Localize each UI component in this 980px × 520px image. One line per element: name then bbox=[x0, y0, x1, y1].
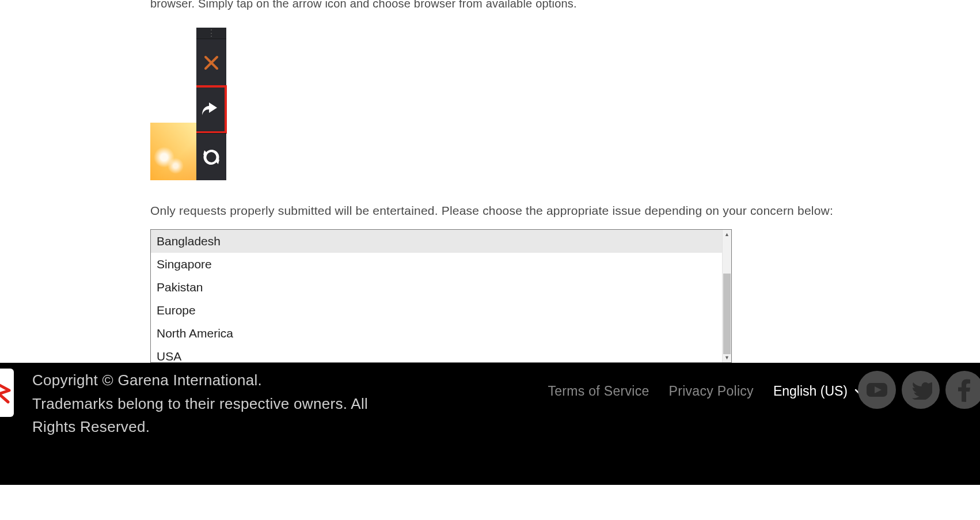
facebook-icon[interactable] bbox=[945, 371, 980, 409]
toolbar-drag-dots-icon: ⋮ bbox=[196, 28, 226, 39]
region-option[interactable]: Pakistan bbox=[151, 276, 722, 299]
privacy-policy-link[interactable]: Privacy Policy bbox=[669, 384, 754, 399]
terms-of-service-link[interactable]: Terms of Service bbox=[548, 384, 649, 399]
region-option[interactable]: Bangladesh bbox=[151, 230, 722, 253]
scroll-up-icon[interactable]: ▲ bbox=[723, 230, 731, 239]
article-content: browser. Simply tap on the arrow icon an… bbox=[0, 0, 980, 363]
instruction-text: Only requests properly submitted will be… bbox=[150, 202, 980, 219]
scroll-track[interactable] bbox=[723, 239, 731, 353]
region-option[interactable]: USA bbox=[151, 345, 722, 362]
footer-copyright: Copyright © Garena International. Tradem… bbox=[32, 369, 389, 438]
region-option[interactable]: Singapore bbox=[151, 253, 722, 276]
region-option[interactable]: North America bbox=[151, 322, 722, 345]
copyright-line-2: Trademarks belong to their respective ow… bbox=[32, 392, 389, 439]
scroll-thumb[interactable] bbox=[723, 274, 731, 354]
garena-logo-icon[interactable] bbox=[0, 369, 14, 417]
region-option[interactable]: Europe bbox=[151, 299, 722, 322]
dropdown-scrollbar[interactable]: ▲ ▼ bbox=[722, 230, 731, 362]
article-partial-text: browser. Simply tap on the arrow icon an… bbox=[150, 0, 980, 12]
language-selector[interactable]: English (US) bbox=[773, 384, 865, 399]
scroll-down-icon[interactable]: ▼ bbox=[723, 353, 731, 362]
youtube-icon[interactable] bbox=[858, 371, 896, 409]
close-icon bbox=[196, 39, 226, 86]
language-label: English (US) bbox=[773, 384, 848, 399]
region-select-dropdown[interactable]: Bangladesh Singapore Pakistan Europe Nor… bbox=[150, 229, 732, 363]
share-arrow-icon bbox=[201, 101, 221, 119]
region-listbox[interactable]: Bangladesh Singapore Pakistan Europe Nor… bbox=[151, 230, 722, 362]
instruction-screenshot: ⋮ bbox=[150, 28, 226, 180]
refresh-icon bbox=[196, 133, 226, 180]
twitter-icon[interactable] bbox=[902, 371, 940, 409]
copyright-line-1: Copyright © Garena International. bbox=[32, 369, 389, 392]
